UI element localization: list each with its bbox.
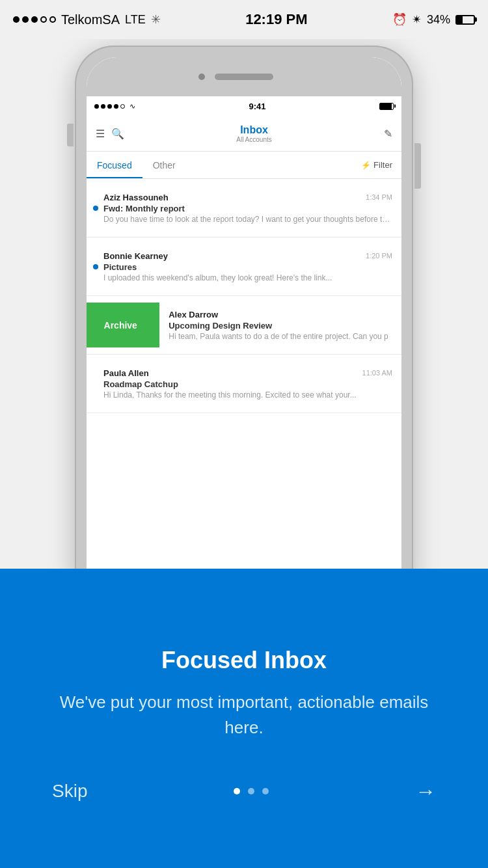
battery-fill <box>457 16 463 23</box>
inbox-subtitle: All Accounts <box>236 136 271 143</box>
wifi-icon: ∿ <box>129 102 135 111</box>
time-2: 1:20 PM <box>366 252 392 260</box>
unread-dot-2 <box>93 264 98 269</box>
phone-frame-area: ∿ 9:41 ☰ 🔍 Inbox All Accounts <box>75 46 413 605</box>
speaker-grill <box>215 74 273 80</box>
phone-frame: ∿ 9:41 ☰ 🔍 Inbox All Accounts <box>75 46 413 605</box>
signal-dot-2 <box>22 16 29 23</box>
next-button[interactable]: → <box>415 780 436 804</box>
skip-button[interactable]: Skip <box>52 781 87 802</box>
bottom-nav: Skip → <box>39 780 449 804</box>
signal-strength <box>13 16 56 23</box>
page-dot-2 <box>248 788 254 794</box>
activity-icon: ✳ <box>151 12 161 27</box>
page-dots <box>234 788 269 794</box>
status-time: 12:19 PM <box>245 11 307 28</box>
email-header-4: Paula Allen 11:03 AM <box>103 368 392 378</box>
tab-other[interactable]: Other <box>142 152 186 178</box>
tabs-bar: Focused Other ⚡ Filter <box>87 152 401 179</box>
feature-description: We've put your most important, actionabl… <box>39 690 449 740</box>
email-item-1[interactable]: Aziz Hassouneh 1:34 PM Fwd: Monthly repo… <box>87 179 401 237</box>
signal-dot-1 <box>13 16 20 23</box>
hamburger-icon[interactable]: ☰ <box>96 128 105 140</box>
status-left: TelkomSA LTE ✳ <box>13 12 161 27</box>
preview-4: Hi Linda, Thanks for the meeting this mo… <box>103 390 392 400</box>
time-4: 11:03 AM <box>362 369 392 377</box>
header-left-icons: ☰ 🔍 <box>96 128 124 140</box>
time-1: 1:34 PM <box>366 193 392 201</box>
email-item-4[interactable]: Paula Allen 11:03 AM Roadmap Catchup Hi … <box>87 355 401 413</box>
battery-icon <box>455 15 475 25</box>
sender-4: Paula Allen <box>103 368 149 378</box>
s-dot-5 <box>120 104 125 109</box>
sender-3: Alex Darrow <box>169 310 218 319</box>
email-list: Aziz Hassouneh 1:34 PM Fwd: Monthly repo… <box>87 179 401 593</box>
filter-button[interactable]: ⚡ Filter <box>352 160 401 170</box>
s-dot-2 <box>101 104 105 109</box>
app-header: ☰ 🔍 Inbox All Accounts ✎ <box>87 116 401 152</box>
camera-dot <box>198 74 205 80</box>
subject-3: Upcoming Design Review <box>169 321 388 331</box>
s-dot-4 <box>114 104 118 109</box>
subject-2: Pictures <box>103 262 392 272</box>
header-center: Inbox All Accounts <box>236 124 271 143</box>
bluetooth-icon: ✴ <box>412 12 422 27</box>
phone-top-bar <box>87 57 401 96</box>
archive-button[interactable]: Archive <box>87 303 159 347</box>
filter-label: Filter <box>373 160 392 170</box>
network-type: LTE <box>125 13 146 27</box>
status-bar: TelkomSA LTE ✳ 12:19 PM ⏰ ✴ 34% <box>0 0 488 39</box>
screen-signal: ∿ <box>94 102 135 111</box>
email-header-1: Aziz Hassouneh 1:34 PM <box>103 193 392 202</box>
email-item-2[interactable]: Bonnie Kearney 1:20 PM Pictures I upload… <box>87 237 401 296</box>
tab-focused[interactable]: Focused <box>87 152 142 178</box>
email-header-2: Bonnie Kearney 1:20 PM <box>103 251 392 261</box>
signal-dot-3 <box>31 16 38 23</box>
s-dot-3 <box>107 104 112 109</box>
search-icon[interactable]: 🔍 <box>111 128 124 140</box>
s-dot-1 <box>94 104 99 109</box>
subject-1: Fwd: Monthly report <box>103 204 392 213</box>
alarm-icon: ⏰ <box>392 12 407 27</box>
preview-2: I uploaded this weekend's album, they lo… <box>103 273 392 282</box>
preview-3: Hi team, Paula wants to do a de of the e… <box>169 332 388 341</box>
feature-title: Focused Inbox <box>161 647 327 674</box>
sender-2: Bonnie Kearney <box>103 251 168 261</box>
page-dot-1 <box>234 788 240 794</box>
phone-inner: ∿ 9:41 ☰ 🔍 Inbox All Accounts <box>87 57 401 593</box>
email-item-3-swiped[interactable]: Archive Alex Darrow Upcoming Design Revi… <box>87 296 401 355</box>
screen-time: 9:41 <box>249 102 265 111</box>
email-header-3: Alex Darrow <box>169 310 388 319</box>
feature-section: Focused Inbox We've put your most import… <box>0 569 488 868</box>
screen-battery <box>379 103 394 110</box>
bolt-icon: ⚡ <box>361 161 371 170</box>
phone-screen: ∿ 9:41 ☰ 🔍 Inbox All Accounts <box>87 96 401 593</box>
signal-dot-4 <box>40 16 47 23</box>
battery-percent: 34% <box>427 13 450 27</box>
s-battery-fill <box>380 103 392 109</box>
page-dot-3 <box>262 788 269 794</box>
subject-4: Roadmap Catchup <box>103 379 392 389</box>
screen-status-bar: ∿ 9:41 <box>87 96 401 116</box>
inbox-title: Inbox <box>236 124 271 136</box>
status-right: ⏰ ✴ 34% <box>392 12 475 27</box>
unread-dot-1 <box>93 206 98 211</box>
compose-icon[interactable]: ✎ <box>384 128 392 140</box>
swiped-email-content: Alex Darrow Upcoming Design Review Hi te… <box>159 303 398 347</box>
signal-dot-5 <box>49 16 56 23</box>
carrier-name: TelkomSA <box>61 12 120 27</box>
sender-1: Aziz Hassouneh <box>103 193 169 202</box>
preview-1: Do you have time to look at the report t… <box>103 215 392 224</box>
